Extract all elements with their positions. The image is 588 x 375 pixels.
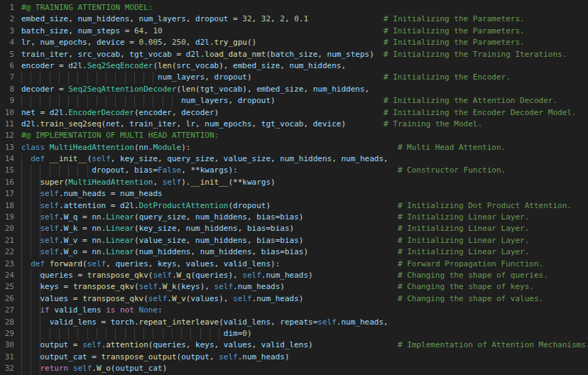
code-text[interactable]: num_layers, dropout) # Initializing the … (21, 72, 588, 83)
code-token: , (106, 259, 115, 268)
code-line[interactable]: 20 self.W_k = nn.Linear(key_size, num_hi… (0, 223, 588, 234)
code-line[interactable]: 21 self.W_v = nn.Linear(value_size, num_… (0, 235, 588, 246)
code-text[interactable]: dim=0) (21, 328, 588, 339)
inline-comment: # Initializing the Parameters. (383, 38, 525, 47)
code-text[interactable]: self.W_v = nn.Linear(value_size, num_hid… (21, 235, 588, 246)
code-text[interactable]: self.W_k = nn.Linear(key_size, num_hidde… (21, 223, 588, 234)
line-number: 15 (0, 165, 21, 176)
code-text[interactable]: return self.W_o(output_cat) (21, 363, 588, 374)
code-text[interactable]: batch_size, num_steps = 64, 10 # Initial… (21, 26, 588, 37)
code-text[interactable]: embed_size, num_hiddens, num_layers, dro… (21, 13, 588, 25)
code-token: self (40, 236, 60, 245)
code-text[interactable]: decoder = Seq2SeqAttentionDecoder(len(tg… (21, 84, 588, 95)
code-text[interactable]: values = transpose_qkv(self.W_v(values),… (21, 293, 588, 305)
code-text[interactable]: self.W_o = nn.Linear(num_hiddens, num_hi… (21, 246, 588, 258)
code-line[interactable]: 11d2l.train_seq2seq(net, train_iter, lr,… (0, 119, 588, 130)
code-text[interactable]: #@ TRAINING ATTENTION MODEL: (21, 2, 588, 13)
code-token: dropout (238, 96, 271, 105)
code-token: num_heads (242, 352, 285, 362)
code-token: , (31, 38, 40, 47)
code-line[interactable]: 19 self.W_q = nn.Linear(query_size, num_… (0, 212, 588, 223)
code-line[interactable]: 29 dim=0) (0, 328, 588, 339)
code-text[interactable]: net = d2l.EncoderDecoder(encoder, decode… (21, 107, 588, 119)
code-token: lr (186, 119, 195, 129)
code-line[interactable]: 26 values = transpose_qkv(self.W_v(value… (0, 293, 588, 305)
code-line[interactable]: 8decoder = Seq2SeqAttentionDecoder(len(t… (0, 84, 588, 95)
code-line[interactable]: 15 dropout, bias=False, **kwargs): # Con… (0, 165, 588, 176)
code-text[interactable]: self.W_q = nn.Linear(query_size, num_hid… (21, 212, 588, 223)
code-token: keys (181, 282, 200, 291)
code-text[interactable]: train_iter, src_vocab, tgt_vocab = d2l.l… (21, 49, 588, 60)
code-line[interactable]: 28 valid_lens = torch.repeat_interleave(… (0, 317, 588, 328)
code-line[interactable]: 23 def forward(self, queries, keys, valu… (0, 259, 588, 270)
code-text[interactable]: encoder = d2l.Seq2SeqEncoder(len(src_voc… (21, 60, 588, 72)
line-number: 12 (0, 130, 21, 141)
line-number: 9 (0, 95, 21, 107)
code-text[interactable]: if valid_lens is not None: (21, 305, 588, 316)
code-token: , (129, 14, 138, 23)
code-line[interactable]: 1#@ TRAINING ATTENTION MODEL: (0, 2, 588, 13)
code-text[interactable]: def __init__(self, key_size, query_size,… (21, 153, 588, 165)
code-line[interactable]: 6encoder = d2l.Seq2SeqEncoder(len(src_vo… (0, 60, 588, 72)
code-text[interactable]: self.attention = d2l.DotProductAttention… (21, 200, 588, 212)
code-line[interactable]: 14 def __init__(self, key_size, query_si… (0, 153, 588, 165)
code-line[interactable]: 7 num_layers, dropout) # Initializing th… (0, 72, 588, 83)
code-text[interactable]: def forward(self, queries, keys, values,… (21, 259, 588, 270)
code-line[interactable]: 4lr, num_epochs, device = 0.005, 250, d2… (0, 37, 588, 48)
code-line[interactable]: 10net = d2l.EncoderDecoder(encoder, deco… (0, 107, 588, 119)
code-text[interactable]: lr, num_epochs, device = 0.005, 250, d2l… (21, 37, 588, 48)
code-text[interactable]: #@ IMPLEMENTATION OF MULTI HEAD ATTENTIO… (21, 130, 588, 141)
code-line[interactable]: 32 return self.W_o(output_cat) (0, 363, 588, 374)
code-line[interactable]: 12#@ IMPLEMENTATION OF MULTI HEAD ATTENT… (0, 130, 588, 141)
code-text[interactable]: num_layers, dropout) # Initializing the … (21, 95, 588, 107)
code-token: num_heads (238, 282, 281, 291)
code-token: num_heads (266, 271, 308, 280)
code-text[interactable]: class MultiHeadAttention(nn.Module): # M… (21, 142, 588, 153)
code-token: num_heads (341, 317, 383, 327)
code-line[interactable]: 3batch_size, num_steps = 64, 10 # Initia… (0, 26, 588, 37)
code-line[interactable]: 13class MultiHeadAttention(nn.Module): #… (0, 142, 588, 153)
code-line[interactable]: 17 self.num_heads = num_heads (0, 188, 588, 200)
code-text[interactable]: output = self.attention(queries, keys, v… (21, 339, 588, 351)
code-line[interactable]: 18 self.attention = d2l.DotProductAttent… (0, 200, 588, 212)
code-text[interactable]: output_cat = transpose_output(output, se… (21, 352, 588, 363)
code-line[interactable]: 24 queries = transpose_qkv(self.W_q(quer… (0, 270, 588, 281)
code-line[interactable]: 2embed_size, num_hiddens, num_layers, dr… (0, 13, 588, 25)
code-text[interactable]: queries = transpose_qkv(self.W_q(queries… (21, 270, 588, 281)
code-text[interactable]: super(MultiHeadAttention, self).__init__… (21, 177, 588, 188)
code-line[interactable]: 30 output = self.attention(queries, keys… (0, 339, 588, 351)
indent-guides (21, 281, 40, 293)
code-text[interactable]: self.num_heads = num_heads (21, 188, 588, 200)
code-token: . (59, 201, 64, 210)
code-token: dropout (92, 165, 124, 175)
code-token: , (195, 119, 205, 129)
code-token: , (271, 317, 280, 327)
code-line[interactable]: 31 output_cat = transpose_output(output,… (0, 352, 588, 363)
code-token: , (271, 154, 280, 163)
code-text[interactable]: d2l.train_seq2seq(net, train_iter, lr, n… (21, 119, 588, 130)
code-line[interactable]: 16 super(MultiHeadAttention, self).__ini… (0, 177, 588, 188)
code-line[interactable]: 9 num_layers, dropout) # Initializing th… (0, 95, 588, 107)
indent-guides (21, 328, 224, 339)
code-line[interactable]: 5train_iter, src_vocab, tgt_vocab = d2l.… (0, 49, 588, 60)
code-line[interactable]: 27 if valid_lens is not None: (0, 305, 588, 316)
code-text[interactable]: valid_lens = torch.repeat_interleave(val… (21, 317, 588, 328)
code-token: self (40, 201, 60, 210)
code-token: , (317, 50, 327, 59)
code-token: Module (153, 143, 181, 152)
code-token: , (68, 26, 77, 36)
code-token: src_vocab (77, 50, 120, 59)
code-token: . (158, 282, 163, 291)
code-line[interactable]: 25 keys = transpose_qkv(self.W_k(keys), … (0, 281, 588, 293)
code-text[interactable]: keys = transpose_qkv(self.W_k(keys), sel… (21, 281, 588, 293)
code-token: 10 (153, 26, 162, 36)
code-token: ( (134, 236, 139, 245)
code-token: valid_lens (50, 317, 97, 327)
code-token: MultiHeadAttention (68, 178, 153, 187)
code-token: net (106, 119, 120, 129)
line-number: 22 (0, 246, 21, 258)
code-text[interactable]: dropout, bias=False, **kwargs): # Constr… (21, 165, 588, 176)
code-line[interactable]: 22 self.W_o = nn.Linear(num_hiddens, num… (0, 246, 588, 258)
line-number: 2 (0, 13, 21, 25)
code-token: , (143, 26, 153, 36)
